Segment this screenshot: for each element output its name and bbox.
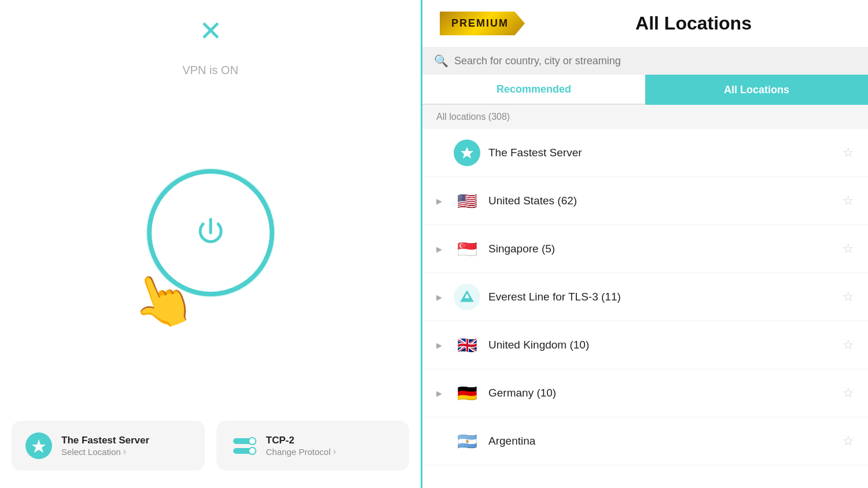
power-icon bbox=[190, 212, 231, 253]
fastest-server-list-icon bbox=[454, 140, 480, 166]
left-panel: ✕ VPN is ON 👆 The Fastest Server Sele bbox=[0, 0, 422, 488]
vpn-status-label: VPN is ON bbox=[182, 64, 238, 77]
search-input[interactable] bbox=[454, 55, 856, 67]
close-icon: ✕ bbox=[199, 16, 222, 46]
location-item-everest[interactable]: ▶ Everest Line for TLS-3 (11) ☆ bbox=[422, 273, 868, 321]
location-item-us[interactable]: ▶ 🇺🇸 United States (62) ☆ bbox=[422, 177, 868, 225]
location-name-sg: Singapore (5) bbox=[488, 243, 834, 255]
tabs: Recommended All Locations bbox=[422, 75, 868, 105]
favorite-star-fastest[interactable]: ☆ bbox=[843, 145, 854, 160]
svg-marker-1 bbox=[461, 147, 473, 159]
fastest-server-text: The Fastest Server Select Location › bbox=[61, 435, 149, 457]
protocol-sub: Change Protocol › bbox=[266, 446, 336, 457]
favorite-star-uk[interactable]: ☆ bbox=[843, 337, 854, 353]
premium-badge[interactable]: PREMIUM bbox=[440, 12, 525, 35]
favorite-star-sg[interactable]: ☆ bbox=[843, 241, 854, 256]
fastest-server-card[interactable]: The Fastest Server Select Location › bbox=[12, 421, 205, 471]
location-name-de: Germany (10) bbox=[488, 387, 834, 399]
protocol-card[interactable]: TCP-2 Change Protocol › bbox=[216, 421, 410, 471]
location-item-de[interactable]: ▶ 🇩🇪 Germany (10) ☆ bbox=[422, 369, 868, 417]
svg-marker-0 bbox=[32, 439, 46, 453]
location-item-sg[interactable]: ▶ 🇸🇬 Singapore (5) ☆ bbox=[422, 225, 868, 273]
flag-de: 🇩🇪 bbox=[454, 380, 480, 406]
flag-uk: 🇬🇧 bbox=[454, 332, 480, 358]
fastest-server-sub: Select Location › bbox=[61, 446, 149, 457]
expand-arrow-de[interactable]: ▶ bbox=[436, 389, 446, 398]
tab-recommended[interactable]: Recommended bbox=[422, 75, 645, 105]
fastest-server-title: The Fastest Server bbox=[61, 435, 149, 446]
location-name-fastest: The Fastest Server bbox=[488, 146, 834, 159]
svg-point-2 bbox=[466, 295, 468, 297]
favorite-star-de[interactable]: ☆ bbox=[843, 386, 854, 401]
location-item-ar[interactable]: ▶ 🇦🇷 Argentina ☆ bbox=[422, 417, 868, 465]
location-list: ▶ The Fastest Server ☆ ▶ 🇺🇸 United State… bbox=[422, 129, 868, 488]
all-locations-title: All Locations bbox=[536, 13, 851, 34]
favorite-star-everest[interactable]: ☆ bbox=[843, 289, 854, 304]
fastest-server-icon bbox=[25, 432, 52, 459]
bottom-cards: The Fastest Server Select Location › TCP… bbox=[12, 421, 409, 471]
expand-arrow-uk[interactable]: ▶ bbox=[436, 341, 446, 350]
location-name-uk: United Kingdom (10) bbox=[488, 339, 834, 351]
tab-all-locations[interactable]: All Locations bbox=[645, 75, 868, 105]
close-button[interactable]: ✕ bbox=[199, 17, 222, 45]
right-header: PREMIUM All Locations bbox=[422, 0, 868, 47]
expand-arrow-us[interactable]: ▶ bbox=[436, 197, 446, 206]
location-count-label: All locations (308) bbox=[422, 105, 868, 129]
location-name-everest: Everest Line for TLS-3 (11) bbox=[488, 291, 834, 303]
right-panel: PREMIUM All Locations 🔍 Recommended All … bbox=[422, 0, 868, 488]
search-bar: 🔍 bbox=[422, 47, 868, 75]
flag-ar: 🇦🇷 bbox=[454, 428, 480, 454]
location-name-us: United States (62) bbox=[488, 195, 834, 207]
power-button-area: 👆 bbox=[141, 163, 280, 302]
flag-us: 🇺🇸 bbox=[454, 188, 480, 214]
favorite-star-us[interactable]: ☆ bbox=[843, 193, 854, 208]
favorite-star-ar[interactable]: ☆ bbox=[843, 434, 854, 449]
location-item-fastest[interactable]: ▶ The Fastest Server ☆ bbox=[422, 129, 868, 177]
location-name-ar: Argentina bbox=[488, 435, 834, 447]
expand-arrow-sg[interactable]: ▶ bbox=[436, 245, 446, 254]
location-item-uk[interactable]: ▶ 🇬🇧 United Kingdom (10) ☆ bbox=[422, 321, 868, 369]
flag-sg: 🇸🇬 bbox=[454, 236, 480, 262]
protocol-icon bbox=[230, 432, 257, 459]
search-icon: 🔍 bbox=[434, 54, 448, 68]
protocol-text: TCP-2 Change Protocol › bbox=[266, 435, 336, 457]
expand-arrow-everest[interactable]: ▶ bbox=[436, 293, 446, 302]
flag-everest bbox=[454, 284, 480, 310]
protocol-title: TCP-2 bbox=[266, 435, 336, 446]
